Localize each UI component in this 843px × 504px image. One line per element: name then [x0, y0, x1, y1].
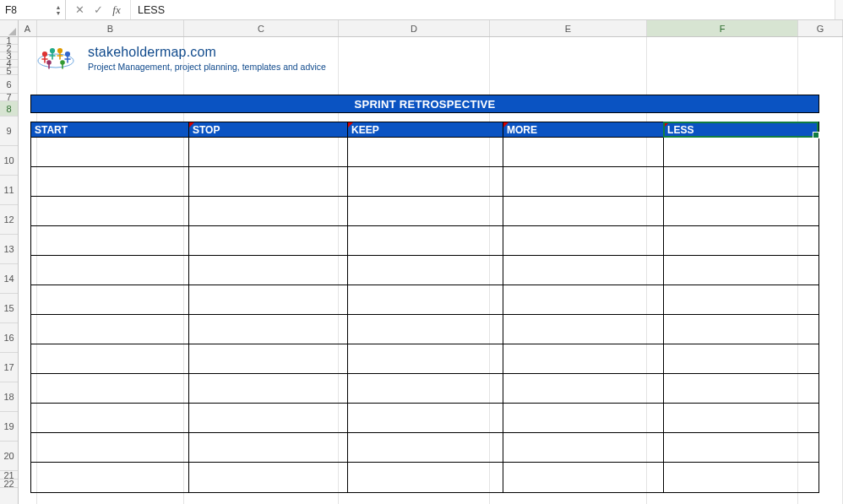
retro-cell[interactable] — [31, 226, 189, 256]
retro-cell[interactable] — [664, 374, 819, 404]
retro-header-more[interactable]: MORE — [503, 122, 664, 138]
retro-cell[interactable] — [503, 374, 664, 404]
comment-indicator-icon[interactable] — [348, 122, 353, 127]
spinner-down-icon[interactable]: ▼ — [53, 10, 63, 16]
retro-cell[interactable] — [664, 197, 819, 226]
retro-cell[interactable] — [189, 138, 348, 167]
col-header-G[interactable]: G — [798, 20, 843, 36]
fx-button[interactable]: fx — [110, 3, 123, 17]
retro-cell[interactable] — [664, 226, 819, 256]
comment-indicator-icon[interactable] — [664, 122, 669, 127]
retro-cell[interactable] — [31, 197, 189, 226]
col-header-A[interactable]: A — [19, 20, 37, 36]
col-header-B[interactable]: B — [37, 20, 184, 36]
retro-cell[interactable] — [31, 374, 189, 404]
row-header-19[interactable]: 19 — [0, 412, 18, 442]
formula-bar-splitter[interactable] — [835, 0, 843, 19]
retro-cell[interactable] — [31, 404, 189, 433]
retro-header-start[interactable]: START — [31, 122, 189, 138]
retro-cell[interactable] — [31, 285, 189, 315]
retro-cell[interactable] — [189, 463, 348, 492]
retro-cell[interactable] — [31, 315, 189, 344]
retro-cell[interactable] — [503, 463, 664, 492]
comment-indicator-icon[interactable] — [189, 122, 194, 127]
retro-cell[interactable] — [348, 374, 503, 404]
row-header-20[interactable]: 20 — [0, 442, 18, 471]
retro-cell[interactable] — [348, 463, 503, 492]
retro-cell[interactable] — [348, 197, 503, 226]
col-header-C[interactable]: C — [184, 20, 339, 36]
retro-cell[interactable] — [503, 226, 664, 256]
row-header-22[interactable]: 22 — [0, 480, 18, 488]
retro-cell[interactable] — [348, 226, 503, 256]
retro-cell[interactable] — [189, 433, 348, 463]
retro-cell[interactable] — [189, 344, 348, 374]
retro-cell[interactable] — [348, 285, 503, 315]
col-header-D[interactable]: D — [339, 20, 490, 36]
retro-cell[interactable] — [348, 167, 503, 197]
row-header-9[interactable]: 9 — [0, 117, 18, 146]
retro-cell[interactable] — [503, 344, 664, 374]
retro-cell[interactable] — [189, 374, 348, 404]
retro-cell[interactable] — [189, 404, 348, 433]
retro-cell[interactable] — [503, 138, 664, 167]
retro-cell[interactable] — [348, 404, 503, 433]
row-header-12[interactable]: 12 — [0, 205, 18, 235]
row-header-7[interactable]: 7 — [0, 94, 18, 101]
retro-cell[interactable] — [664, 167, 819, 197]
retro-cell[interactable] — [503, 285, 664, 315]
retro-cell[interactable] — [31, 138, 189, 167]
retro-cell[interactable] — [503, 404, 664, 433]
retro-header-stop[interactable]: STOP — [189, 122, 348, 138]
row-header-17[interactable]: 17 — [0, 353, 18, 382]
retro-cell[interactable] — [31, 167, 189, 197]
retro-cell[interactable] — [348, 315, 503, 344]
retro-cell[interactable] — [189, 197, 348, 226]
row-header-13[interactable]: 13 — [0, 235, 18, 264]
accept-button[interactable]: ✓ — [91, 3, 105, 17]
retro-cell[interactable] — [664, 433, 819, 463]
retro-cell[interactable] — [189, 315, 348, 344]
name-box-spinner[interactable]: ▲ ▼ — [53, 2, 63, 18]
retro-cell[interactable] — [664, 285, 819, 315]
retro-header-keep[interactable]: KEEP — [348, 122, 503, 138]
select-all-triangle[interactable] — [0, 20, 19, 37]
retro-cell[interactable] — [664, 463, 819, 492]
row-header-8[interactable]: 8 — [0, 101, 18, 117]
row-header-10[interactable]: 10 — [0, 146, 18, 176]
retro-cell[interactable] — [664, 315, 819, 344]
retro-cell[interactable] — [348, 433, 503, 463]
retro-cell[interactable] — [348, 256, 503, 285]
retro-cell[interactable] — [503, 433, 664, 463]
row-header-5[interactable]: 5 — [0, 68, 18, 75]
retro-cell[interactable] — [503, 256, 664, 285]
retro-cell[interactable] — [31, 433, 189, 463]
row-header-18[interactable]: 18 — [0, 382, 18, 412]
row-header-6[interactable]: 6 — [0, 75, 18, 94]
retro-header-less[interactable]: LESS — [664, 122, 819, 138]
retro-cell[interactable] — [503, 197, 664, 226]
retro-cell[interactable] — [189, 285, 348, 315]
retro-cell[interactable] — [664, 404, 819, 433]
row-header-11[interactable]: 11 — [0, 176, 18, 205]
retro-cell[interactable] — [664, 344, 819, 374]
row-header-16[interactable]: 16 — [0, 323, 18, 353]
retro-cell[interactable] — [503, 315, 664, 344]
formula-input[interactable]: LESS — [131, 0, 835, 19]
retro-cell[interactable] — [31, 344, 189, 374]
col-header-E[interactable]: E — [490, 20, 647, 36]
cancel-button[interactable]: ✕ — [73, 3, 86, 17]
retro-cell[interactable] — [664, 256, 819, 285]
retro-cell[interactable] — [189, 226, 348, 256]
retro-cell[interactable] — [664, 138, 819, 167]
cell-grid[interactable]: stakeholdermap.com Project Management, p… — [19, 37, 843, 504]
row-header-14[interactable]: 14 — [0, 264, 18, 294]
retro-cell[interactable] — [31, 256, 189, 285]
row-header-15[interactable]: 15 — [0, 294, 18, 323]
retro-cell[interactable] — [189, 256, 348, 285]
spinner-up-icon[interactable]: ▲ — [53, 4, 63, 10]
retro-cell[interactable] — [348, 344, 503, 374]
col-header-F[interactable]: F — [647, 20, 798, 36]
name-box[interactable]: F8 ▲ ▼ — [0, 0, 66, 19]
retro-cell[interactable] — [503, 167, 664, 197]
